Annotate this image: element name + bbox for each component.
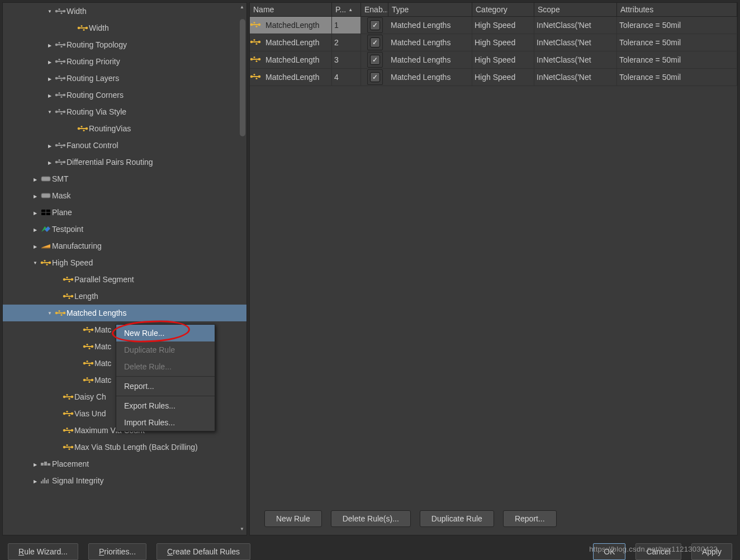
tree-fanout-control[interactable]: Fanout Control	[3, 137, 246, 154]
table-row[interactable]: MatchedLength 3 Matched Lengths High Spe…	[250, 51, 737, 69]
tree-plane[interactable]: Plane	[3, 204, 246, 221]
net-icon	[62, 426, 74, 434]
cm-duplicate-rule: Duplicate Rule	[116, 341, 215, 358]
tree-routing-via-style[interactable]: Routing Via Style	[3, 103, 246, 120]
create-default-rules-button[interactable]: Create Default Rules	[156, 543, 250, 560]
tree-diff-pairs[interactable]: Differential Pairs Routing	[3, 154, 246, 170]
scrollbar-thumb[interactable]	[240, 19, 245, 136]
context-menu: New Rule... Duplicate Rule Delete Rule..…	[116, 324, 215, 431]
net-icon	[62, 410, 74, 417]
net-icon	[250, 55, 265, 65]
tree-max-via-stub[interactable]: Max Via Stub Length (Back Drilling)	[3, 439, 246, 455]
net-icon	[54, 309, 67, 317]
placement-icon	[40, 460, 52, 468]
manufacturing-icon	[40, 242, 52, 250]
cm-import-rules[interactable]: Import Rules...	[116, 414, 215, 431]
tree-routing-corners[interactable]: Routing Corners	[3, 87, 246, 103]
rules-tree: Width Width Routing Topology Routing Pri…	[2, 2, 247, 535]
smt-icon	[40, 175, 52, 183]
scroll-up-icon[interactable]: ▲	[239, 4, 245, 11]
plane-icon	[40, 208, 52, 216]
net-icon	[82, 326, 94, 334]
col-category[interactable]: Category	[472, 3, 534, 16]
net-icon	[62, 443, 74, 451]
net-icon	[77, 24, 89, 32]
col-priority[interactable]: P...	[332, 3, 361, 16]
apply-button[interactable]: Apply	[691, 543, 732, 560]
net-icon	[250, 38, 265, 48]
net-icon	[54, 7, 67, 15]
tree-routing-priority[interactable]: Routing Priority	[3, 53, 246, 70]
tree-routing-layers[interactable]: Routing Layers	[3, 70, 246, 87]
tree-length[interactable]: Length	[3, 288, 246, 305]
new-rule-button[interactable]: New Rule	[264, 510, 322, 527]
col-attributes[interactable]: Attributes	[617, 3, 737, 16]
tree-placement[interactable]: Placement	[3, 455, 246, 472]
tree-testpoint[interactable]: Testpoint	[3, 221, 246, 238]
tree-mask[interactable]: Mask	[3, 187, 246, 204]
net-icon	[250, 73, 265, 82]
net-icon	[62, 276, 74, 283]
net-icon	[54, 74, 67, 82]
col-enabled[interactable]: Enab...	[361, 3, 388, 16]
net-icon	[77, 125, 89, 132]
priorities-button[interactable]: Priorities...	[88, 543, 146, 560]
tree-matched-lengths[interactable]: Matched Lengths	[3, 305, 246, 321]
ok-button[interactable]: OK	[593, 543, 625, 560]
net-icon	[250, 21, 265, 30]
delete-rules-button[interactable]: Delete Rule(s)...	[331, 510, 411, 527]
net-icon	[54, 141, 67, 149]
signal-integrity-icon	[40, 477, 52, 485]
tree-routing-topology[interactable]: Routing Topology	[3, 36, 246, 53]
net-icon	[62, 292, 74, 300]
net-icon	[54, 58, 67, 65]
table-row[interactable]: MatchedLength 1 Matched Lengths High Spe…	[250, 17, 737, 34]
tree-width-group[interactable]: Width	[3, 3, 246, 20]
cancel-button[interactable]: Cancel	[635, 543, 681, 560]
net-icon	[54, 41, 67, 49]
net-icon	[54, 158, 67, 166]
tree-parallel-segment[interactable]: Parallel Segment	[3, 271, 246, 288]
rules-table: Name P... Enab... Type Category Scope At…	[249, 2, 738, 535]
cm-report[interactable]: Report...	[116, 378, 215, 395]
net-icon	[54, 91, 67, 99]
col-name[interactable]: Name	[250, 3, 332, 16]
enable-checkbox[interactable]	[370, 20, 380, 30]
tree-manufacturing[interactable]: Manufacturing	[3, 238, 246, 254]
enable-checkbox[interactable]	[370, 55, 380, 65]
col-scope[interactable]: Scope	[534, 3, 617, 16]
tree-high-speed[interactable]: High Speed	[3, 254, 246, 271]
net-icon	[40, 259, 52, 267]
tree-smt[interactable]: SMT	[3, 170, 246, 187]
report-button[interactable]: Report...	[503, 510, 557, 527]
duplicate-rule-button[interactable]: Duplicate Rule	[420, 510, 494, 527]
net-icon	[82, 376, 94, 384]
mask-icon	[40, 192, 52, 200]
scroll-down-icon[interactable]: ▼	[239, 526, 245, 533]
enable-checkbox[interactable]	[370, 72, 380, 82]
rule-wizard-button[interactable]: Rule Wizard...	[8, 543, 78, 560]
tree-signal-integrity[interactable]: Signal Integrity	[3, 472, 246, 489]
net-icon	[54, 108, 67, 116]
table-row[interactable]: MatchedLength 4 Matched Lengths High Spe…	[250, 69, 737, 86]
testpoint-icon	[40, 225, 52, 233]
tree-width-rule[interactable]: Width	[3, 20, 246, 36]
net-icon	[82, 359, 94, 367]
col-type[interactable]: Type	[388, 3, 472, 16]
cm-export-rules[interactable]: Export Rules...	[116, 397, 215, 414]
cm-delete-rule: Delete Rule...	[116, 358, 215, 375]
net-icon	[82, 343, 94, 350]
table-row[interactable]: MatchedLength 2 Matched Lengths High Spe…	[250, 34, 737, 51]
tree-routing-vias[interactable]: RoutingVias	[3, 120, 246, 137]
net-icon	[62, 393, 74, 401]
cm-new-rule[interactable]: New Rule...	[116, 325, 215, 341]
enable-checkbox[interactable]	[370, 37, 380, 48]
